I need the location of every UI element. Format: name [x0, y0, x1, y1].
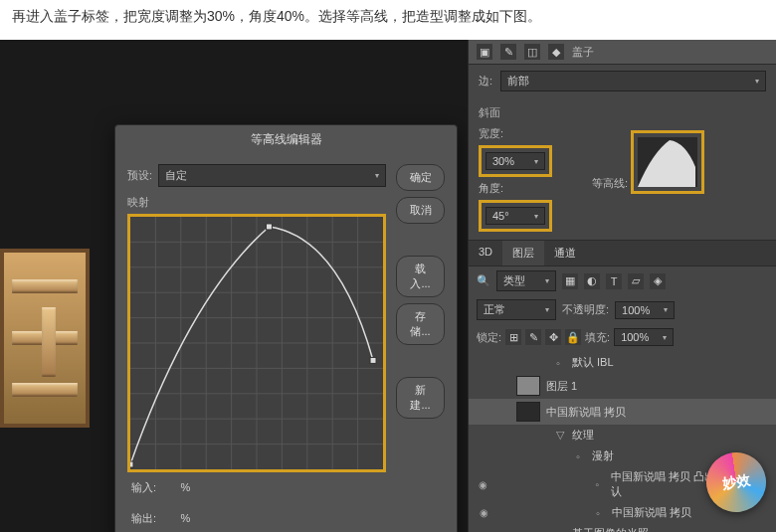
blend-mode-select[interactable]: 正常▾	[477, 299, 556, 320]
layer-item[interactable]: ▽纹理	[469, 425, 776, 445]
layer-item[interactable]: 中国新说唱 拷贝	[469, 399, 776, 425]
opacity-select[interactable]: 100%▾	[615, 301, 675, 319]
save-button[interactable]: 存储...	[396, 303, 445, 345]
layer-thumb	[516, 376, 540, 396]
output-label: 输出: %	[131, 511, 190, 526]
instruction-text: 再进入盖子标签，把宽度调整为30%，角度40%。选择等高线，把造型调整成如下图。	[0, 0, 776, 34]
layer-label: 基于图像的光照	[572, 526, 649, 532]
layer-item[interactable]: ◦基于图像的光照	[469, 523, 776, 532]
cap-label: 盖子	[572, 45, 594, 60]
canvas-area[interactable]: 等高线编辑器 预设: 自定 ▾ 映射	[0, 40, 468, 532]
filter-icon[interactable]: ◈	[650, 273, 666, 289]
adjust-icon[interactable]: ✎	[500, 44, 516, 60]
bullet-icon: ◦	[596, 507, 606, 519]
curve-path[interactable]	[130, 227, 373, 464]
fill-label: 填充:	[585, 330, 610, 345]
tab-3d[interactable]: 3D	[469, 241, 502, 266]
type-filter[interactable]: 类型▾	[496, 270, 556, 291]
layer-label: 中国新说唱 拷贝	[546, 405, 626, 420]
lock-pixel-icon[interactable]: ✎	[525, 329, 541, 345]
preset-select[interactable]: 自定 ▾	[158, 164, 386, 187]
tab-channels[interactable]: 通道	[544, 241, 586, 266]
mapping-label: 映射	[127, 195, 386, 210]
tab-layers[interactable]: 图层	[502, 241, 544, 266]
bevel-section-label: 斜面	[479, 105, 766, 120]
bullet-icon: ◦	[595, 478, 605, 490]
swatch-icon[interactable]: ◆	[548, 44, 564, 60]
lock-label: 锁定:	[477, 330, 501, 345]
layer-label: 中国新说唱 拷贝	[612, 505, 691, 520]
layer-label: 纹理	[572, 428, 594, 443]
chevron-down-icon: ▾	[375, 171, 379, 180]
layer-item[interactable]: 图层 1	[469, 373, 776, 399]
load-button[interactable]: 载入...	[396, 256, 445, 297]
filter-icon[interactable]: ▱	[628, 273, 644, 289]
tool-icon[interactable]: ▣	[477, 44, 492, 60]
angle-label: 角度:	[479, 181, 552, 196]
curve-point[interactable]	[266, 224, 272, 230]
filter-icon[interactable]: ▦	[562, 273, 578, 289]
gold-3d-text	[0, 249, 90, 428]
top-toolbar: ▣ ✎ ◫ ◆ 盖子	[469, 40, 776, 65]
bullet-icon: ◦	[556, 528, 566, 533]
layer-label: 默认 IBL	[572, 355, 614, 370]
edge-select[interactable]: 前部▾	[500, 71, 766, 91]
layer-label: 图层 1	[546, 379, 577, 394]
angle-select[interactable]: 45°▾	[485, 207, 545, 225]
search-icon[interactable]: 🔍	[477, 274, 490, 287]
curve-point[interactable]	[130, 461, 133, 467]
contour-label: 等高线:	[592, 177, 628, 189]
filter-icon[interactable]: T	[606, 273, 622, 289]
cancel-button[interactable]: 取消	[396, 197, 445, 224]
grid	[130, 217, 383, 469]
layer-item[interactable]: ◦默认 IBL	[469, 352, 776, 373]
layer-label: 漫射	[592, 448, 614, 463]
new-button[interactable]: 新建...	[396, 377, 445, 419]
ruler-icon[interactable]: ◫	[524, 44, 540, 60]
bullet-icon: ◦	[556, 357, 566, 369]
filter-icon[interactable]: ◐	[584, 273, 600, 289]
photoshop-app: 等高线编辑器 预设: 自定 ▾ 映射	[0, 40, 776, 532]
fill-select[interactable]: 100%▾	[614, 328, 674, 346]
visibility-icon[interactable]	[477, 477, 490, 491]
width-label: 宽度:	[479, 126, 552, 141]
visibility-icon[interactable]	[477, 506, 490, 520]
dialog-title: 等高线编辑器	[115, 125, 457, 154]
input-label: 输入: %	[131, 480, 190, 495]
layer-thumb	[516, 402, 540, 422]
lock-pos-icon[interactable]: ✥	[545, 329, 561, 345]
bullet-icon: ◦	[576, 450, 586, 462]
ok-button[interactable]: 确定	[396, 164, 445, 191]
curve-editor[interactable]	[127, 214, 386, 472]
lock-icon[interactable]: ⊞	[505, 329, 521, 345]
lock-all-icon[interactable]: 🔒	[565, 329, 581, 345]
curve-point[interactable]	[370, 357, 376, 363]
preset-label: 预设:	[127, 168, 152, 183]
twirl-icon[interactable]: ▽	[556, 429, 566, 442]
opacity-label: 不透明度:	[562, 302, 609, 317]
edge-label: 边:	[479, 74, 492, 89]
contour-editor-dialog: 等高线编辑器 预设: 自定 ▾ 映射	[114, 124, 458, 532]
width-select[interactable]: 30%▾	[485, 152, 545, 170]
contour-thumbnail[interactable]	[638, 137, 697, 187]
